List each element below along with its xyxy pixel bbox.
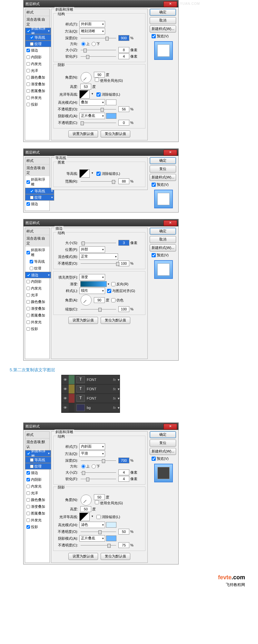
angle-dial[interactable] <box>81 72 92 83</box>
cb-patternoverlay[interactable] <box>26 512 30 515</box>
style-stroke[interactable]: 描边 <box>25 272 51 278</box>
make-default-button[interactable]: 设置为默认值 <box>68 553 98 560</box>
layer-row[interactable]: 👁TFONTfx▾ <box>62 394 120 403</box>
fx-icon[interactable]: fx <box>113 406 116 410</box>
shadow-color[interactable] <box>106 535 116 541</box>
style-outerglow[interactable]: 外发光 <box>25 517 49 524</box>
style-select[interactable]: 外斜面 <box>79 21 105 27</box>
dir-up-radio[interactable] <box>81 42 85 46</box>
depth-slider[interactable] <box>81 36 116 40</box>
cb-patternoverlay[interactable] <box>26 89 30 93</box>
style-contour[interactable]: 等高线 <box>25 188 54 194</box>
global-light-cb[interactable] <box>95 78 99 82</box>
make-default-button[interactable]: 设置为默认值 <box>68 130 98 137</box>
style-coloroverlay[interactable]: 颜色叠加 <box>25 497 49 503</box>
style-patternoverlay[interactable]: 图案叠加 <box>25 88 49 94</box>
cb-innerglow[interactable] <box>26 485 30 488</box>
size-value[interactable]: 8 <box>118 47 129 53</box>
antialias-cb[interactable] <box>96 515 101 519</box>
styles-header[interactable]: 样式 <box>25 431 49 439</box>
cb-bevel[interactable] <box>26 251 30 254</box>
style-texture[interactable]: 纹理 <box>25 265 49 272</box>
scale-value[interactable]: 100 <box>118 306 129 312</box>
style-dropshadow[interactable]: 投影 <box>25 524 49 530</box>
soften-slider[interactable] <box>81 477 116 481</box>
cb-bevel[interactable] <box>27 452 30 455</box>
reset-button[interactable]: 复位 <box>150 440 176 447</box>
style-satin[interactable]: 光泽 <box>25 292 49 298</box>
make-default-button[interactable]: 设置为默认值 <box>68 317 98 324</box>
close-button[interactable]: ✕ <box>164 150 177 156</box>
ok-button[interactable]: 确定 <box>150 157 176 164</box>
highlight-opacity-slider[interactable] <box>81 529 116 534</box>
layer-row[interactable]: 👁TFONTfx▾ <box>62 384 120 394</box>
cb-innershadow[interactable] <box>26 478 30 481</box>
reset-button[interactable]: 复位 <box>150 166 176 173</box>
soften-slider[interactable] <box>81 54 116 59</box>
angle-value[interactable]: 90 <box>94 297 105 303</box>
cancel-button[interactable]: 取消 <box>150 17 176 24</box>
style-outerglow[interactable]: 外发光 <box>25 319 49 326</box>
shadow-opacity-slider[interactable] <box>81 120 116 125</box>
style-innershadow[interactable]: 内阴影 <box>25 278 49 285</box>
fx-icon[interactable]: fx <box>113 378 116 382</box>
position-select[interactable]: 外部 <box>79 246 105 253</box>
cb-dropshadow[interactable] <box>26 327 30 331</box>
cb-contour[interactable] <box>30 36 34 39</box>
reset-default-button[interactable]: 复位为默认值 <box>101 317 130 324</box>
style-bevel[interactable]: 斜面和浮雕 <box>25 247 49 258</box>
cb-stroke[interactable] <box>26 471 30 475</box>
cb-stroke[interactable] <box>27 273 30 277</box>
scale-slider[interactable] <box>81 307 116 311</box>
cb-gradoverlay[interactable] <box>26 82 30 86</box>
fill-type-select[interactable]: 渐变 <box>79 274 105 280</box>
angle-value[interactable]: 50 <box>94 494 105 500</box>
cb-stroke[interactable] <box>26 49 30 52</box>
preview-cb[interactable] <box>152 457 156 461</box>
ok-button[interactable]: 确定 <box>150 431 176 438</box>
visibility-icon[interactable]: 👁 <box>62 387 69 391</box>
highlight-mode-select[interactable]: 滤色 <box>79 522 105 528</box>
cb-outerglow[interactable] <box>26 518 30 522</box>
soften-value[interactable]: 4 <box>118 53 129 59</box>
cb-bevel[interactable] <box>27 29 30 33</box>
layer-row[interactable]: 👁TFONTfx▾ <box>62 375 120 384</box>
gloss-contour[interactable] <box>79 513 90 521</box>
style-contour[interactable]: 等高线 <box>25 457 54 463</box>
range-value[interactable]: 88 <box>118 178 129 184</box>
dither-cb[interactable] <box>111 298 115 302</box>
style-innerglow[interactable]: 内发光 <box>25 483 49 490</box>
cb-satin[interactable] <box>26 293 30 297</box>
cb-patternoverlay[interactable] <box>26 314 30 317</box>
cb-innerglow[interactable] <box>26 287 30 290</box>
ok-button[interactable]: 确定 <box>150 9 176 16</box>
depth-slider[interactable] <box>81 458 116 463</box>
style-texture[interactable]: 纹理 <box>25 463 54 469</box>
visibility-icon[interactable]: 👁 <box>62 378 69 382</box>
style-contour[interactable]: 等高线 <box>25 258 49 265</box>
dir-down-radio[interactable] <box>92 464 96 469</box>
style-dropshadow[interactable]: 投影 <box>25 326 49 332</box>
depth-value[interactable]: 700 <box>118 458 129 463</box>
style-satin[interactable]: 光泽 <box>25 490 49 497</box>
dir-down-radio[interactable] <box>92 42 96 46</box>
size-slider[interactable] <box>81 48 116 52</box>
altitude-value[interactable]: 50 <box>80 506 91 512</box>
style-texture[interactable]: 纹理 <box>25 41 54 47</box>
highlight-opacity-value[interactable]: 50 <box>118 529 129 535</box>
opacity-slider[interactable] <box>81 261 116 266</box>
shadow-opacity-slider[interactable] <box>81 543 116 547</box>
highlight-color[interactable] <box>106 99 116 105</box>
cb-dropshadow[interactable] <box>26 525 30 529</box>
new-style-button[interactable]: 新建样式(W)... <box>150 25 176 33</box>
cb-texture[interactable] <box>30 196 34 199</box>
depth-value[interactable]: 900 <box>118 35 129 41</box>
preview-cb[interactable] <box>152 34 156 38</box>
global-light-cb[interactable] <box>95 500 99 504</box>
ok-button[interactable]: 确定 <box>150 228 176 235</box>
style-select[interactable]: 内斜面 <box>79 443 105 450</box>
style-gradoverlay[interactable]: 渐变叠加 <box>25 503 49 510</box>
fx-icon[interactable]: fx <box>113 396 116 400</box>
cb-contour[interactable] <box>30 189 34 193</box>
cb-innershadow[interactable] <box>26 280 30 283</box>
